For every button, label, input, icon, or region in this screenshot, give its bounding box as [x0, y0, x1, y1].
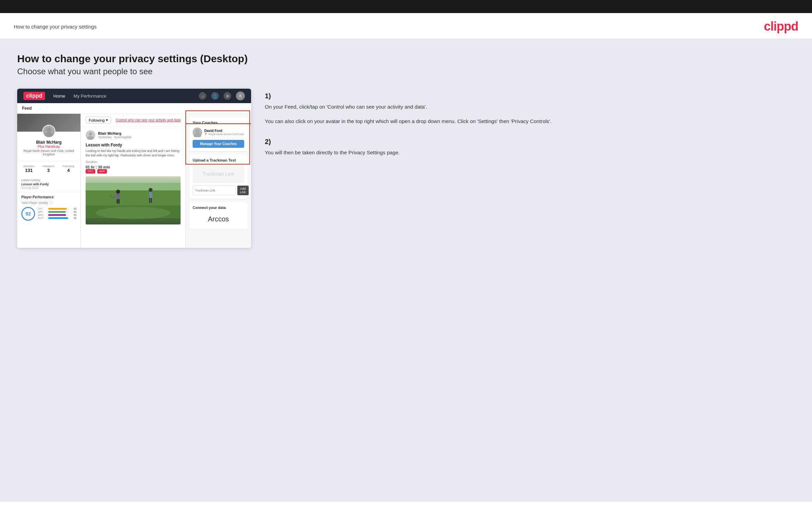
- profile-stats: Activities 131 Followers 3 Following 4: [17, 162, 80, 176]
- post-golf-image: [86, 176, 181, 224]
- bar-app: APP 85: [38, 211, 76, 213]
- trackman-link-text: Trackman Link: [196, 171, 241, 177]
- coach-avatar: [193, 128, 202, 137]
- quality-circle: 92: [21, 207, 35, 221]
- coaches-card: Your Coaches David Ford 📍 Royal North: [189, 117, 248, 151]
- svg-point-7: [96, 207, 171, 219]
- main-content: How to change your privacy settings (Des…: [0, 39, 812, 502]
- step-2-text: You will then be taken directly to the P…: [265, 148, 795, 157]
- screenshot-container: clippd Home My Performance ⌕ 👤 ⊕ B Feed: [17, 89, 251, 248]
- profile-avatar: [42, 125, 55, 138]
- post-date: Yesterday · Sunningdale: [98, 135, 131, 139]
- following-button[interactable]: Following ▾: [86, 117, 111, 124]
- connect-data-card: Connect your data Arccos: [189, 202, 248, 229]
- screenshot-wrapper: clippd Home My Performance ⌕ 👤 ⊕ B Feed: [17, 89, 251, 248]
- top-bar: [0, 0, 812, 13]
- svg-point-14: [149, 188, 153, 192]
- trackman-link-area: Trackman Link: [193, 165, 244, 183]
- search-icon[interactable]: ⌕: [199, 92, 206, 100]
- connect-title: Connect your data: [193, 206, 244, 210]
- bar-arg: ARG 86: [38, 214, 76, 216]
- step-1: 1) On your Feed, click/tap on 'Control w…: [265, 92, 795, 125]
- svg-rect-11: [118, 199, 120, 204]
- post-header: Blair McHarg Yesterday · Sunningdale: [86, 130, 181, 140]
- nav-icons: ⌕ 👤 ⊕ B: [199, 91, 245, 100]
- svg-rect-16: [149, 198, 150, 203]
- profile-cover: [17, 114, 80, 132]
- app-middle-panel: Following ▾ Control who can see your act…: [81, 114, 186, 248]
- post-author-name: Blair McHarg: [98, 131, 131, 135]
- svg-rect-10: [117, 199, 118, 204]
- add-link-button[interactable]: Add Link: [237, 186, 249, 195]
- svg-point-1: [45, 132, 53, 137]
- svg-rect-9: [117, 194, 119, 199]
- trackman-title: Upload a Trackman Test: [193, 158, 244, 162]
- profile-handicap: Plus Handicap: [21, 145, 76, 148]
- quality-label: Total Player Quality ⓘ: [21, 201, 76, 205]
- manage-coaches-button[interactable]: Manage Your Coaches: [193, 140, 244, 148]
- post-title: Lesson with Fordy: [86, 143, 181, 147]
- hero-subtitle: Choose what you want people to see: [17, 67, 795, 76]
- app-logo: clippd: [23, 92, 45, 100]
- stat-activities: Activities 131: [23, 165, 34, 173]
- profile-name: Blair McHarg: [21, 140, 76, 145]
- person-icon[interactable]: 👤: [211, 92, 219, 100]
- post-card: Blair McHarg Yesterday · Sunningdale Les…: [81, 127, 185, 228]
- app-right-panel: Your Coaches David Ford 📍 Royal North: [186, 114, 251, 248]
- profile-avatar-wrapper: [42, 125, 55, 138]
- app-left-panel: Blair McHarg Plus Handicap Royal North D…: [17, 114, 81, 248]
- coach-club: 📍 Royal North Devon Golf Club: [204, 133, 244, 136]
- page-breadcrumb: How to change your privacy settings: [14, 24, 97, 30]
- badge-ott: OTT: [86, 169, 95, 174]
- hero-title: How to change your privacy settings (Des…: [17, 53, 795, 65]
- step-1-text-a: On your Feed, click/tap on 'Control who …: [265, 103, 795, 111]
- app-navbar: clippd Home My Performance ⌕ 👤 ⊕ B: [17, 89, 251, 103]
- privacy-link[interactable]: Control who can see your activity and da…: [116, 118, 181, 122]
- coaches-title: Your Coaches: [193, 121, 244, 125]
- quality-bars: OTT 90 APP 85: [38, 208, 76, 220]
- app-body: Blair McHarg Plus Handicap Royal North D…: [17, 114, 251, 248]
- svg-point-0: [46, 128, 51, 132]
- site-header: How to change your privacy settings clip…: [0, 13, 812, 39]
- stat-followers: Followers 3: [43, 165, 54, 173]
- profile-card: Blair McHarg Plus Handicap Royal North D…: [17, 114, 80, 223]
- globe-icon[interactable]: ⊕: [224, 92, 231, 100]
- coach-name: David Ford: [204, 129, 244, 133]
- svg-rect-15: [149, 192, 152, 198]
- player-performance-section: Player Performance Total Player Quality …: [17, 192, 80, 223]
- stat-following: Following 4: [63, 165, 74, 173]
- nav-my-performance[interactable]: My Performance: [74, 93, 106, 99]
- coach-row: David Ford 📍 Royal North Devon Golf Club: [193, 128, 244, 137]
- post-badges: OTT APP: [86, 169, 181, 174]
- post-duration-label: Duration: [86, 160, 181, 164]
- bar-ott: OTT 90: [38, 208, 76, 210]
- step-2: 2) You will then be taken directly to th…: [265, 138, 795, 157]
- svg-point-8: [116, 190, 120, 194]
- site-footer: Copyright Clippd 2022: [0, 502, 812, 507]
- post-duration-value: 01 hr : 30 min: [86, 165, 181, 169]
- quality-row: 92 OTT 90 APP: [21, 207, 76, 221]
- arccos-brand: Arccos: [193, 212, 244, 226]
- svg-point-19: [195, 129, 199, 133]
- content-row: clippd Home My Performance ⌕ 👤 ⊕ B Feed: [17, 89, 795, 248]
- step-1-num: 1): [265, 92, 795, 100]
- svg-point-3: [87, 136, 94, 140]
- post-body: Looking to feel like my hands are exitin…: [86, 149, 181, 157]
- user-avatar[interactable]: B: [236, 91, 245, 100]
- feed-tab-label[interactable]: Feed: [22, 106, 32, 111]
- svg-point-2: [89, 132, 92, 136]
- badge-app: APP: [97, 169, 107, 174]
- step-2-num: 2): [265, 138, 795, 146]
- step-1-text-b: You can also click on your avatar in the…: [265, 117, 795, 125]
- profile-club: Royal North Devon Golf Club, United King…: [21, 149, 76, 156]
- svg-rect-17: [151, 198, 152, 203]
- feed-tab-bar: Feed: [17, 103, 251, 114]
- post-author-avatar: [86, 130, 95, 140]
- trackman-input-row: Add Link: [193, 186, 244, 195]
- trackman-input[interactable]: [193, 186, 236, 195]
- instructions-column: 1) On your Feed, click/tap on 'Control w…: [265, 89, 795, 173]
- nav-home[interactable]: Home: [53, 93, 65, 99]
- trackman-card: Upload a Trackman Test Trackman Link Add…: [189, 155, 248, 199]
- latest-activity-section: Latest Activity Lesson with Fordy 03 Aug…: [17, 176, 80, 192]
- clippd-logo: clippd: [764, 19, 798, 34]
